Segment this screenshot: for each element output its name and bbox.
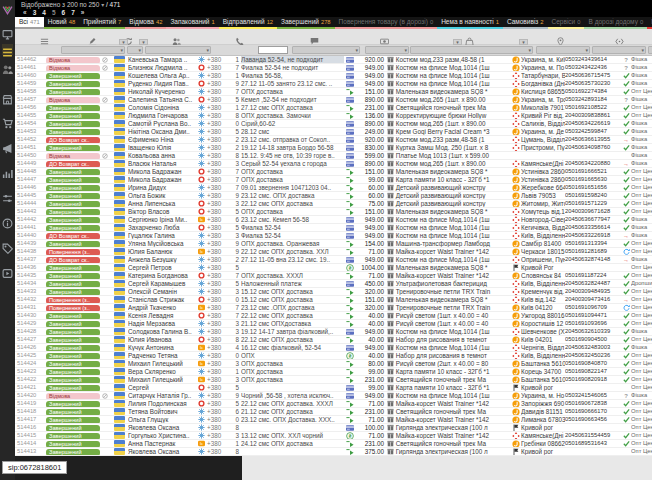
phone-number[interactable]: +380 [207, 432, 231, 439]
phone-number[interactable]: +380 [207, 264, 231, 271]
product-cell[interactable]: Куртка Замш Мод. 250 (1шт. х 8 [387, 144, 510, 151]
table-row[interactable]: 514434ЗавершенийСергей Карамышев+3805Нал… [15, 280, 652, 288]
phone-number[interactable]: +380 [207, 336, 231, 343]
sidebar-item-chart[interactable] [2, 165, 13, 176]
comment-cell[interactable]: Фиалка 52-54 [241, 224, 344, 231]
table-row[interactable]: 514435ЗавершенийКатерина Богданова+3807О… [15, 272, 652, 280]
status-pill[interactable]: Завершений [46, 385, 100, 391]
status-pill[interactable]: Завершений [46, 409, 100, 415]
client-name[interactable]: Анна Липенська [128, 200, 196, 207]
comment-cell[interactable]: 15.12 смс ОПХ доставка [241, 296, 344, 303]
status-pill[interactable]: Завершений [46, 185, 100, 191]
delivery-location[interactable]: Жеребкове 664 [521, 184, 565, 191]
client-name[interactable]: Самотій Руслана Во.. [128, 120, 196, 127]
status-pill[interactable]: Завершений [46, 81, 100, 87]
phone-number[interactable]: +380 [207, 128, 231, 135]
status-pill[interactable]: Завершений [46, 401, 100, 407]
client-name[interactable]: Яковлева Оксана [128, 448, 196, 455]
client-name[interactable]: Вера Скляренко [128, 368, 196, 375]
delivery-location[interactable]: Украина, м. Тро [521, 96, 565, 103]
tracking-number[interactable]: 0501692108522 [565, 104, 621, 111]
filter-select[interactable]: ▾ [61, 46, 125, 54]
comment-cell[interactable]: 09.01 звернення 10471203 04.. [241, 184, 344, 191]
status-pill[interactable]: Повернення (з.. [46, 297, 100, 303]
client-name[interactable]: Михаил Гилецький [128, 376, 196, 383]
client-name[interactable]: Анна Пастернак [128, 440, 196, 447]
comment-cell[interactable]: 22.12 смс ОПХ доставка [241, 336, 344, 343]
tracking-number[interactable]: 0501690822147 [565, 368, 621, 375]
client-name[interactable]: Юлия Баланюк [128, 248, 196, 255]
product-cell[interactable]: Маленькая видеокамера SQ8 * [387, 168, 510, 175]
product-cell[interactable]: Тренировочные петли TRX Train [387, 304, 510, 311]
client-name[interactable]: Гуцалюк Галина [128, 232, 196, 239]
product-cell[interactable]: Детский развивающий констру [387, 184, 510, 191]
table-row[interactable]: 514452ДО Возврат ск..Єфименко Ніна+38022… [15, 136, 652, 144]
phone-number[interactable]: +380 [207, 72, 231, 79]
comment-cell[interactable]: 15.12 смс ОПХ доставка [241, 288, 344, 295]
client-name[interactable]: Людмила Гончарова [128, 112, 196, 119]
tracking-number[interactable]: 0501691598240 [565, 192, 621, 199]
client-name[interactable]: Захарченко Люба [128, 224, 196, 231]
status-pill[interactable]: ДО Возврат ск.. [46, 233, 100, 239]
client-name[interactable]: Сергіюнко Іріна Ми.. [128, 216, 196, 223]
table-row[interactable]: 514432Повернення (з..Станіслав Стрижак+3… [15, 296, 652, 304]
product-cell[interactable]: Маленькая видеокамера SQ8 * [387, 264, 510, 271]
client-name[interactable]: Андрій Ткаченко [128, 304, 196, 311]
table-row[interactable]: 514414ЗавершенийАнна Пастернакlc+380124.… [15, 440, 652, 448]
phone-number[interactable]: +380 [207, 416, 231, 423]
comment-cell[interactable]: ОПХ доставка. Оранжевая [241, 240, 344, 247]
sidebar-item-sliders[interactable] [2, 190, 13, 201]
product-cell[interactable]: Карта памяти 10 класс - 32Гб *1 [387, 176, 510, 183]
table-row[interactable]: 514456ЗавершенийСоломія Сідоніна+380127.… [15, 104, 652, 112]
product-cell[interactable]: Костюм на флисе Мод.1014 (1ш [387, 216, 510, 223]
tracking-number[interactable]: 0501689531643 [565, 440, 621, 447]
phone-number[interactable]: +380 [207, 392, 231, 399]
client-name[interactable]: Ольга Глущук [128, 416, 196, 423]
filter-select[interactable]: ▾ [536, 46, 590, 54]
delivery-location[interactable]: Салихів, Відділе [521, 120, 565, 127]
client-name[interactable]: Ковальова анна [128, 152, 196, 159]
table-row[interactable]: 514427ЗавершенийЮлия Иванова+380822.12 с… [15, 336, 652, 344]
status-pill[interactable]: Завершений [46, 337, 100, 343]
product-cell[interactable]: Ультрафиолетовая бактерицид [387, 280, 510, 287]
delivery-location[interactable]: Чернігів, Віддл [521, 344, 565, 351]
tracking-number[interactable]: 0501690663456 [565, 416, 621, 423]
client-name[interactable]: Станіслав Стрижак [128, 296, 196, 303]
status-pill[interactable]: Завершений [46, 369, 100, 375]
comment-cell[interactable]: 27.12 11-05 вна 23.12 смс. 19.. [241, 256, 344, 263]
sidebar-item-people[interactable] [2, 61, 13, 72]
shown-range[interactable]: Відображено з 200 по 250 [21, 1, 99, 8]
delivery-location[interactable]: Черкаси 18015 [521, 248, 565, 255]
status-pill[interactable]: Завершений [46, 265, 100, 271]
product-cell[interactable]: Костюм на флисе Мод.1014 (1ш [387, 232, 510, 239]
phone-number[interactable]: +380 [207, 272, 231, 279]
delivery-location[interactable]: Київ, Відділенн [521, 280, 565, 287]
delivery-location[interactable]: Запоріжжя 690 [521, 400, 565, 407]
tracking-number[interactable]: 0501691093696 [565, 320, 621, 327]
status-pill[interactable]: Відмова [46, 153, 100, 159]
phone-number[interactable]: +380 [207, 80, 231, 87]
product-cell[interactable]: Майка-корсет Waist Trainer *142 [387, 248, 510, 255]
tracking-number[interactable]: 0501690904500 [565, 336, 621, 343]
delivery-location[interactable]: Устинівка 28600 [521, 176, 565, 183]
filter-select[interactable]: ▾ [410, 46, 533, 54]
filter-select[interactable]: ▾ [145, 46, 211, 54]
phone-number[interactable]: +380 [207, 64, 231, 71]
comment-cell[interactable]: Кемел ,52-54 не подходит [241, 96, 344, 103]
tracking-number[interactable]: 0501691096709 [565, 304, 621, 311]
product-cell[interactable]: Светящийся гоночный трек Ма [387, 408, 510, 415]
client-name[interactable]: Близнюк Людмила .. [128, 64, 196, 71]
comment-cell[interactable]: 13.12 смс ОПХ. ХХЛ чорний [241, 432, 344, 439]
comment-cell[interactable]: 22.12 смс ОПХ доставка. ХХЛ [241, 248, 344, 255]
comment-cell[interactable]: Наложенный платеж [241, 280, 344, 287]
delivery-location[interactable]: Шевченкове (Х [521, 328, 565, 335]
comment-cell[interactable]: ОПХ доставка [241, 376, 344, 383]
comment-cell[interactable]: 22.12 смс ОПХ доставка. ХХХЛ [241, 400, 344, 407]
product-cell[interactable]: Корректирующие брюки Hollyw [387, 112, 510, 119]
phone-number[interactable]: +380 [207, 88, 231, 95]
status-pill[interactable]: Завершений [46, 321, 100, 327]
status-pill[interactable]: Завершений [46, 105, 100, 111]
comment-cell[interactable]: 28.12 смс [241, 128, 344, 135]
tracking-number[interactable] [565, 448, 621, 455]
table-row[interactable]: 514425ЗавершенийРадченко Тетяна+3800ОПХ₴… [15, 352, 652, 360]
